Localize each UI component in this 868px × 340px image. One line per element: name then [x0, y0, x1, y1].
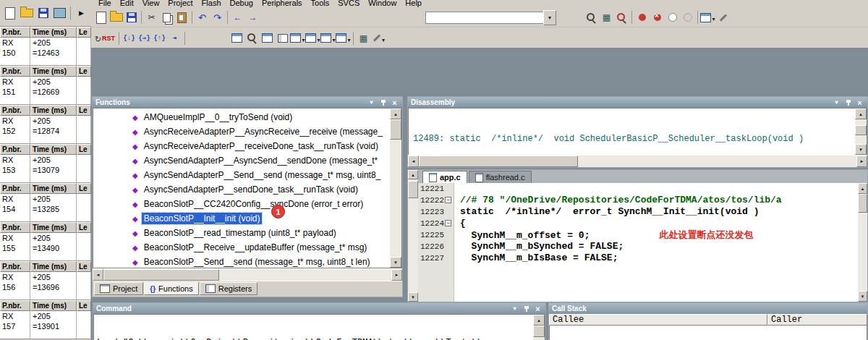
- find-icon[interactable]: [614, 10, 629, 25]
- find-in-files-icon[interactable]: [584, 10, 599, 25]
- packet-data-row[interactable]: RX152 +205=12874: [0, 116, 91, 144]
- menu-view[interactable]: View: [138, 0, 164, 8]
- scroll-down-icon[interactable]: [855, 144, 867, 155]
- close-icon[interactable]: [390, 98, 399, 107]
- find-input[interactable]: [425, 12, 543, 24]
- editor-body[interactable]: 12221 12222//# 78 "/OneDrive/Repositorie…: [418, 183, 867, 302]
- menu-svcs[interactable]: SVCS: [333, 0, 364, 8]
- function-item[interactable]: BeaconSlotP__Send__send (message_t* msg,…: [93, 255, 389, 268]
- menu-file[interactable]: File: [94, 0, 116, 8]
- function-item[interactable]: AsyncSendAdapterP__AsyncSend__sendDone (…: [93, 153, 389, 168]
- close-icon[interactable]: [533, 305, 542, 313]
- scroll-thumb[interactable]: [419, 156, 578, 167]
- function-item-selected[interactable]: BeaconSlotP__Init__init (void): [93, 211, 389, 226]
- pin-icon[interactable]: [522, 305, 531, 313]
- copy-icon[interactable]: [159, 10, 174, 25]
- new-page-icon[interactable]: [2, 5, 17, 22]
- tab-project[interactable]: Project: [94, 282, 143, 295]
- serial-window-icon[interactable]: [320, 30, 336, 46]
- function-item[interactable]: BeaconSlotP__read_timestamp (uint8_t* pa…: [93, 226, 389, 240]
- menu-help[interactable]: Help: [401, 0, 426, 8]
- scroll-down-icon[interactable]: [408, 292, 418, 302]
- scroll-up-icon[interactable]: [858, 183, 867, 194]
- new-file-icon[interactable]: [93, 10, 109, 25]
- scroll-thumb[interactable]: [390, 119, 401, 140]
- pane-menu-icon[interactable]: [832, 98, 841, 107]
- configure-icon[interactable]: [715, 10, 731, 25]
- function-item[interactable]: AsyncReceiveAdapterP__receiveDone_task__…: [93, 139, 389, 153]
- menu-edit[interactable]: Edit: [116, 0, 138, 8]
- run-to-cursor-icon[interactable]: [167, 30, 182, 46]
- window-select-icon[interactable]: [700, 10, 715, 25]
- pane-menu-icon[interactable]: [367, 98, 376, 107]
- monitor-icon[interactable]: [52, 5, 67, 22]
- column-header-caller[interactable]: Caller: [767, 314, 867, 326]
- scroll-up-icon[interactable]: [408, 170, 418, 179]
- toolbox-icon[interactable]: [356, 30, 371, 46]
- open-folder-icon[interactable]: [19, 5, 34, 22]
- command-vertical-scrollbar[interactable]: [532, 315, 545, 340]
- function-item[interactable]: AsyncReceiveAdapterP__AsyncReceive__rece…: [93, 124, 389, 139]
- debug-configure-icon[interactable]: [371, 30, 386, 46]
- scroll-up-icon[interactable]: [390, 109, 401, 119]
- reset-icon[interactable]: RST: [93, 30, 116, 46]
- pin-icon[interactable]: [378, 98, 388, 107]
- find-dropdown-icon[interactable]: [543, 10, 556, 25]
- menu-debug[interactable]: Debug: [226, 0, 258, 8]
- cut-icon[interactable]: [144, 10, 159, 25]
- scroll-thumb[interactable]: [858, 194, 867, 213]
- editor-left-scrollbar[interactable]: [408, 170, 418, 302]
- scroll-right-icon[interactable]: [391, 269, 402, 281]
- command-window-icon[interactable]: [229, 30, 244, 46]
- function-item[interactable]: BeaconSlotP__CC2420Config__syncDone (err…: [93, 197, 389, 211]
- paste-icon[interactable]: [174, 10, 190, 25]
- undo-icon[interactable]: [195, 10, 210, 25]
- pin-icon[interactable]: [843, 98, 853, 107]
- memory-window-icon[interactable]: [305, 30, 320, 46]
- functions-vertical-scrollbar[interactable]: [389, 109, 401, 268]
- packet-data-row[interactable]: RX151 +205=12669: [0, 77, 91, 105]
- menu-window[interactable]: Window: [364, 0, 401, 8]
- menu-flash[interactable]: Flash: [197, 0, 226, 8]
- scroll-thumb[interactable]: [855, 125, 867, 135]
- packet-data-row[interactable]: RX155 +205=13490: [0, 233, 91, 261]
- symbols-window-icon[interactable]: [260, 30, 275, 46]
- breakpoint-disable-all-icon[interactable]: [680, 10, 695, 25]
- packet-data-row[interactable]: RX153 +205=13079: [0, 155, 91, 183]
- save-floppy-icon[interactable]: [35, 5, 51, 22]
- breakpoint-enable-icon[interactable]: [665, 10, 680, 25]
- redo-icon[interactable]: [210, 10, 225, 25]
- breakpoint-insert-icon[interactable]: [634, 10, 650, 25]
- save-icon[interactable]: [124, 10, 139, 25]
- breakpoint-kill-all-icon[interactable]: [650, 10, 665, 25]
- function-item[interactable]: AsyncSendAdapterP__sendDone_task__runTas…: [93, 182, 389, 197]
- scroll-thumb[interactable]: [103, 269, 219, 281]
- play-icon[interactable]: [74, 5, 89, 22]
- step-out-icon[interactable]: [152, 30, 167, 46]
- function-item[interactable]: AsyncSendAdapterP__Send__send (message_t…: [93, 168, 389, 182]
- disassembly-vertical-scrollbar[interactable]: [854, 109, 867, 155]
- fold-collapse-icon[interactable]: [445, 220, 451, 226]
- registers-window-icon[interactable]: [275, 30, 290, 46]
- tab-flashread-c[interactable]: flashread.c: [469, 171, 532, 183]
- call-stack-body[interactable]: [549, 326, 867, 340]
- function-item[interactable]: AMQueueImplP__0__tryToSend (void): [93, 110, 389, 124]
- scroll-thumb[interactable]: [408, 181, 418, 198]
- tab-app-c[interactable]: app.c: [422, 171, 467, 183]
- functions-horizontal-scrollbar[interactable]: [93, 268, 402, 281]
- navigate-forward-icon[interactable]: [245, 10, 260, 25]
- menu-peripherals[interactable]: Peripherals: [258, 0, 307, 8]
- navigate-back-icon[interactable]: [230, 10, 245, 25]
- packet-data-row[interactable]: RX150 +205=12463: [0, 38, 91, 66]
- packet-data-row[interactable]: RX157 +205=13901: [0, 311, 91, 339]
- step-over-icon[interactable]: [137, 30, 152, 46]
- scroll-down-icon[interactable]: [858, 291, 867, 302]
- step-into-icon[interactable]: [122, 30, 137, 46]
- close-icon[interactable]: [855, 98, 864, 107]
- editor-vertical-scrollbar[interactable]: [857, 183, 867, 302]
- watch-window-icon[interactable]: [290, 30, 305, 46]
- packet-data-row[interactable]: RX154 +205=13285: [0, 194, 91, 222]
- scroll-thumb[interactable]: [533, 326, 545, 337]
- menu-project[interactable]: Project: [163, 0, 197, 8]
- menu-tools[interactable]: Tools: [307, 0, 334, 8]
